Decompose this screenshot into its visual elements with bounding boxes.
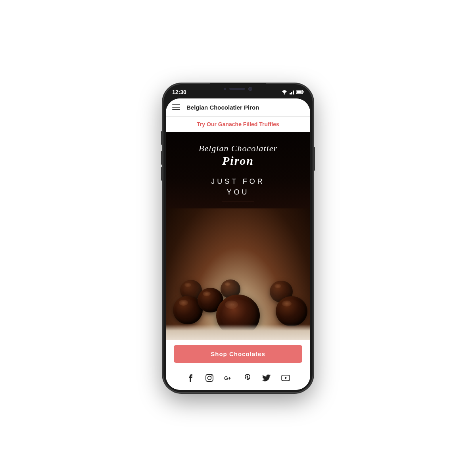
promo-text: Try Our Ganache Filled Truffles: [197, 121, 279, 127]
instagram-icon[interactable]: [204, 372, 215, 383]
signal-icon: [290, 90, 294, 94]
pinterest-icon[interactable]: [242, 372, 253, 383]
promo-banner[interactable]: Try Our Ganache Filled Truffles: [166, 117, 310, 132]
wifi-icon: [281, 90, 288, 94]
svg-rect-3: [297, 91, 302, 93]
svg-text:G+: G+: [224, 375, 231, 381]
app-header: Belgian Chocolatier Piron: [166, 98, 310, 117]
app-title: Belgian Chocolatier Piron: [186, 104, 259, 111]
front-camera-dot: [224, 88, 226, 90]
social-bar: G+: [166, 368, 310, 390]
svg-point-0: [284, 93, 285, 94]
phone-frame: 12:30: [163, 83, 313, 393]
hero-tagline: JUST FOR YOU: [211, 176, 265, 198]
battery-icon: [296, 90, 304, 94]
svg-point-5: [208, 376, 211, 380]
brand-divider-bottom: [222, 202, 254, 202]
phone-screen: Belgian Chocolatier Piron Try Our Ganach…: [166, 98, 310, 390]
truffle-right: [276, 296, 307, 326]
facebook-icon[interactable]: [185, 372, 196, 383]
google-plus-icon[interactable]: G+: [223, 372, 234, 383]
brand-logo-line2: Piron: [199, 154, 277, 168]
svg-point-6: [211, 375, 212, 376]
earpiece: [229, 88, 245, 90]
twitter-icon[interactable]: [261, 372, 272, 383]
phone-notch: [210, 83, 266, 94]
hamburger-menu-button[interactable]: [172, 104, 180, 110]
brand-logo: Belgian Chocolatier Piron: [199, 143, 277, 168]
shop-chocolates-button[interactable]: Shop Chocolates: [174, 345, 302, 363]
hero-section: Belgian Chocolatier Piron JUST FOR YOU: [166, 132, 310, 390]
truffle-surface: [166, 324, 310, 340]
chocolate-background: [166, 208, 310, 340]
status-icons: [281, 90, 304, 94]
hero-overlay: Belgian Chocolatier Piron JUST FOR YOU: [166, 132, 310, 208]
hero-image: Belgian Chocolatier Piron JUST FOR YOU: [166, 132, 310, 340]
status-time: 12:30: [172, 89, 186, 95]
shop-button-container: Shop Chocolates: [166, 340, 310, 368]
front-camera: [248, 87, 252, 91]
svg-rect-2: [303, 91, 304, 93]
brand-logo-line1: Belgian Chocolatier: [199, 143, 277, 154]
brand-divider-top: [222, 172, 254, 172]
chocolate-scene: [166, 208, 310, 340]
svg-rect-4: [206, 374, 213, 382]
youtube-icon[interactable]: [280, 372, 291, 383]
